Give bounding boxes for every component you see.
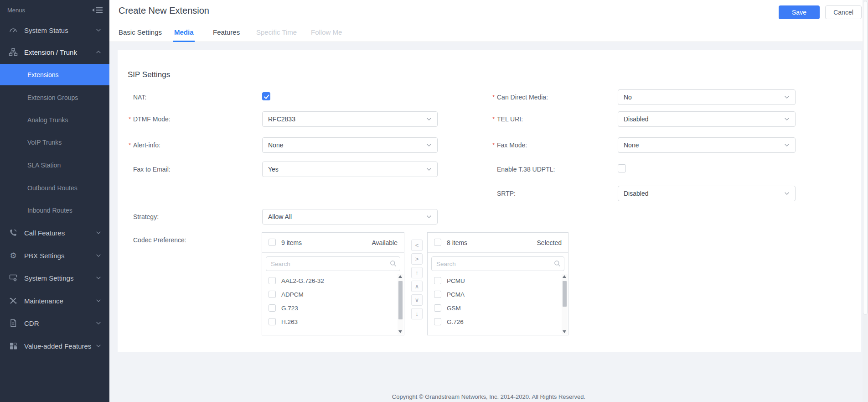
item-checkbox[interactable] (434, 318, 441, 325)
sidebar-item-inbound-routes[interactable]: Inbound Routes (0, 201, 109, 219)
sidebar-item-pbx-settings[interactable]: ⚙ PBX Settings (0, 246, 109, 265)
scroll-down-icon[interactable] (398, 330, 402, 333)
chevron-down-icon (96, 344, 101, 348)
move-up-button[interactable]: ∧ (411, 281, 423, 292)
dtmf-mode-value: RFC2833 (268, 115, 426, 123)
save-button[interactable]: Save (779, 5, 820, 19)
sidebar-item-outbound-routes[interactable]: Outbound Routes (0, 179, 109, 197)
nat-label: NAT: (129, 89, 261, 105)
tab-features[interactable]: Features (212, 26, 241, 42)
item-checkbox[interactable] (434, 291, 441, 298)
srtp-value: Disabled (624, 190, 784, 197)
list-item[interactable]: G.723 (262, 301, 398, 315)
item-checkbox[interactable] (434, 304, 441, 312)
scrollbar-thumb[interactable] (398, 281, 403, 319)
sidebar-item-extensions[interactable]: Extensions (0, 64, 109, 85)
sidebar: Menus System Status Extension / Trunk Ex… (0, 0, 109, 402)
fax-mode-select[interactable]: None (618, 137, 796, 153)
cancel-button[interactable]: Cancel (825, 5, 862, 19)
enable-t38-checkbox[interactable] (618, 164, 626, 172)
available-count: 9 items (281, 233, 302, 253)
list-item[interactable]: PCMA (428, 287, 562, 301)
item-checkbox[interactable] (269, 318, 276, 325)
scroll-up-icon[interactable] (563, 275, 566, 278)
scroll-down-icon[interactable] (563, 330, 566, 333)
item-checkbox[interactable] (434, 277, 441, 284)
tab-media[interactable]: Media (173, 26, 195, 42)
available-search-input[interactable] (266, 256, 400, 271)
sidebar-item-label: Extension / Trunk (24, 48, 96, 56)
available-title: Available (372, 233, 398, 253)
item-checkbox[interactable] (269, 277, 276, 284)
sidebar-item-maintenance[interactable]: Maintenance (0, 292, 109, 310)
scroll-up-icon[interactable] (398, 275, 402, 278)
gear-icon: ⚙ (8, 251, 18, 260)
scrollbar-thumb[interactable] (563, 281, 567, 307)
can-direct-media-select[interactable]: No (618, 89, 796, 105)
sidebar-item-system-settings[interactable]: System Settings (0, 269, 109, 287)
required-marker: * (129, 111, 133, 127)
selected-items: PCMU PCMA GSM G.726 (428, 274, 562, 335)
sidebar-item-extension-trunk[interactable]: Extension / Trunk (0, 43, 109, 61)
sidebar-item-extension-groups[interactable]: Extension Groups (0, 89, 109, 107)
selected-title: Selected (537, 233, 562, 253)
sidebar-item-sla-station[interactable]: SLA Station (0, 156, 109, 174)
sidebar-item-label: System Status (24, 26, 96, 34)
item-checkbox[interactable] (269, 291, 276, 298)
list-item[interactable]: ADPCM (262, 287, 398, 301)
move-down-button[interactable]: ∨ (411, 294, 423, 306)
tel-uri-label: *TEL URI: (492, 111, 625, 127)
fax-to-email-select[interactable]: Yes (262, 162, 438, 177)
list-item[interactable]: PCMU (428, 274, 562, 287)
collapse-menu-icon[interactable] (92, 6, 103, 14)
item-checkbox[interactable] (269, 304, 276, 312)
list-item[interactable]: GSM (428, 301, 562, 315)
monitor-gear-icon (8, 273, 18, 282)
dtmf-mode-select[interactable]: RFC2833 (262, 111, 438, 127)
available-scrollbar[interactable] (398, 274, 403, 334)
selected-scrollbar[interactable] (562, 274, 568, 334)
can-direct-media-label: *Can Direct Media: (492, 89, 625, 105)
move-top-button[interactable]: ↑ (411, 267, 423, 278)
tab-basic-settings[interactable]: Basic Settings (118, 26, 163, 42)
available-search (266, 256, 400, 271)
chevron-down-icon (784, 143, 790, 147)
chevron-down-icon (96, 231, 101, 235)
available-select-all-checkbox[interactable] (269, 239, 276, 246)
alert-info-label: *Alert-info: (129, 137, 261, 153)
list-item[interactable]: AAL2-G.726-32 (262, 274, 398, 287)
sidebar-item-analog-trunks[interactable]: Analog Trunks (0, 111, 109, 129)
chevron-down-icon (784, 192, 790, 195)
srtp-label: SRTP: (492, 186, 625, 201)
codec-selected-list: 8 items Selected PCMU PCMA GSM G.726 (427, 232, 568, 335)
available-list-header: 9 items Available (262, 233, 404, 253)
alert-info-select[interactable]: None (262, 137, 438, 153)
page-header: Create New Extension Basic Settings Medi… (109, 0, 868, 42)
move-right-button[interactable]: > (411, 253, 423, 265)
list-item[interactable]: H.263 (262, 315, 398, 329)
nat-checkbox[interactable] (262, 92, 270, 100)
selected-select-all-checkbox[interactable] (434, 239, 441, 246)
move-left-button[interactable]: < (411, 240, 423, 251)
sidebar-item-call-features[interactable]: Call Features (0, 224, 109, 242)
tel-uri-select[interactable]: Disabled (618, 111, 796, 127)
chevron-down-icon (96, 299, 101, 303)
document-icon (8, 318, 18, 328)
sidebar-item-voip-trunks[interactable]: VoIP Trunks (0, 133, 109, 151)
list-item[interactable]: G.726 (428, 315, 562, 329)
page-scrollbar-thumb[interactable] (863, 1, 868, 315)
chevron-down-icon (96, 254, 101, 257)
sidebar-item-cdr[interactable]: CDR (0, 314, 109, 332)
sidebar-item-system-status[interactable]: System Status (0, 21, 109, 39)
chevron-down-icon (426, 143, 432, 147)
required-marker: * (492, 137, 497, 153)
strategy-select[interactable]: Allow All (262, 209, 438, 224)
chevron-down-icon (96, 276, 101, 280)
sidebar-item-label: CDR (24, 319, 96, 327)
selected-search-input[interactable] (431, 256, 564, 271)
enable-t38-label: Enable T.38 UDPTL: (492, 162, 625, 177)
move-bottom-button[interactable]: ↓ (411, 308, 423, 319)
sidebar-item-value-added-features[interactable]: Value-added Features (0, 337, 109, 355)
srtp-select[interactable]: Disabled (618, 186, 796, 201)
page-scrollbar[interactable] (863, 0, 868, 402)
